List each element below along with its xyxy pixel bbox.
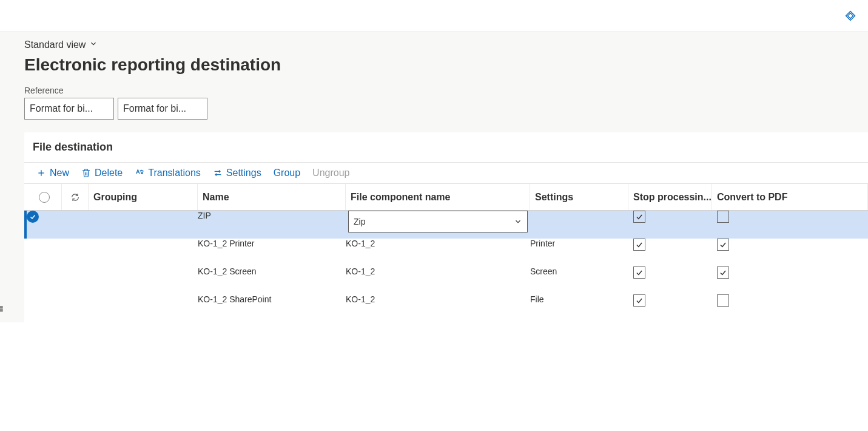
convert-pdf-cell[interactable] xyxy=(712,211,868,239)
convert-pdf-header[interactable]: Convert to PDF xyxy=(712,184,868,210)
file-destination-section: File destination New xyxy=(24,132,868,322)
translate-icon xyxy=(135,168,144,178)
stop-processing-cell[interactable] xyxy=(628,266,712,294)
ungroup-button: Ungroup xyxy=(312,168,349,178)
row-selector[interactable] xyxy=(27,294,62,322)
group-button[interactable]: Group xyxy=(274,168,300,178)
name-cell[interactable]: KO-1_2 Printer xyxy=(198,239,346,266)
chevron-down-icon xyxy=(89,39,98,50)
convert-checkbox[interactable] xyxy=(717,294,729,307)
name-header[interactable]: Name xyxy=(198,184,346,210)
check-circle-icon xyxy=(27,211,39,223)
view-selector[interactable]: Standard view xyxy=(24,37,868,53)
convert-checkbox[interactable] xyxy=(717,211,729,223)
data-grid: Grouping Name File component name Settin… xyxy=(24,184,868,322)
row-selector[interactable] xyxy=(27,266,62,294)
reference-input-1[interactable]: Format for bi... xyxy=(24,98,114,120)
collapse-handle-icon[interactable]: ▮▮ xyxy=(0,305,5,311)
row-selector[interactable] xyxy=(27,211,62,239)
table-row[interactable]: KO-1_2 ScreenKO-1_2Screen xyxy=(24,266,868,294)
chevron-down-icon xyxy=(514,217,522,226)
table-row[interactable]: ZIPZip xyxy=(24,211,868,239)
settings-cell[interactable]: Printer xyxy=(530,239,628,266)
view-selector-label: Standard view xyxy=(24,39,86,50)
delete-label: Delete xyxy=(95,168,123,178)
grid-body: ZIPZipKO-1_2 PrinterKO-1_2PrinterKO-1_2 … xyxy=(24,211,868,322)
convert-pdf-cell[interactable] xyxy=(712,294,868,322)
page-title: Electronic reporting destination xyxy=(24,55,868,75)
plus-icon xyxy=(36,168,46,178)
file-component-cell[interactable]: KO-1_2 xyxy=(346,239,530,266)
name-cell[interactable]: KO-1_2 SharePoint xyxy=(198,294,346,322)
grid-header-row: Grouping Name File component name Settin… xyxy=(24,184,868,211)
row-spacer xyxy=(62,239,89,266)
grouping-cell[interactable] xyxy=(89,211,198,239)
file-component-cell[interactable]: KO-1_2 xyxy=(346,294,530,322)
section-toolbar: New Delete xyxy=(24,162,868,184)
table-row[interactable]: KO-1_2 PrinterKO-1_2Printer xyxy=(24,239,868,266)
name-cell[interactable]: ZIP xyxy=(198,211,346,239)
settings-label: Settings xyxy=(226,168,261,178)
translations-label: Translations xyxy=(148,168,201,178)
grouping-cell[interactable] xyxy=(89,266,198,294)
reference-label: Reference xyxy=(24,86,868,95)
stop-checkbox[interactable] xyxy=(633,211,645,223)
new-label: New xyxy=(50,168,69,178)
delete-button[interactable]: Delete xyxy=(81,168,123,178)
translations-button[interactable]: Translations xyxy=(135,168,201,178)
page-body: Standard view Electronic reporting desti… xyxy=(0,32,868,322)
section-title: File destination xyxy=(24,141,868,162)
convert-pdf-cell[interactable] xyxy=(712,239,868,266)
grouping-header[interactable]: Grouping xyxy=(89,184,198,210)
stop-checkbox[interactable] xyxy=(633,294,645,307)
circle-empty-icon xyxy=(39,192,50,203)
stop-processing-header[interactable]: Stop processin... xyxy=(628,184,712,210)
ungroup-label: Ungroup xyxy=(312,168,349,178)
row-spacer xyxy=(62,294,89,322)
file-component-cell[interactable]: KO-1_2 xyxy=(346,266,530,294)
row-spacer xyxy=(62,211,89,239)
table-row[interactable]: KO-1_2 SharePointKO-1_2File xyxy=(24,294,868,322)
row-spacer xyxy=(62,266,89,294)
file-component-value: Zip xyxy=(354,217,365,226)
grouping-cell[interactable] xyxy=(89,239,198,266)
settings-header[interactable]: Settings xyxy=(530,184,628,210)
reference-input-2[interactable]: Format for bi... xyxy=(118,98,207,120)
top-bar xyxy=(0,0,868,32)
file-component-dropdown[interactable]: Zip xyxy=(348,211,528,232)
settings-button[interactable]: Settings xyxy=(213,168,261,178)
diamond-icon[interactable] xyxy=(845,10,856,21)
settings-cell[interactable]: File xyxy=(530,294,628,322)
stop-processing-cell[interactable] xyxy=(628,239,712,266)
group-label: Group xyxy=(274,168,300,178)
stop-checkbox[interactable] xyxy=(633,239,645,251)
reference-controls: Format for bi... Format for bi... xyxy=(24,98,868,120)
convert-checkbox[interactable] xyxy=(717,239,729,251)
stop-processing-cell[interactable] xyxy=(628,211,712,239)
convert-pdf-cell[interactable] xyxy=(712,266,868,294)
refresh-icon xyxy=(70,192,80,202)
grouping-cell[interactable] xyxy=(89,294,198,322)
trash-icon xyxy=(81,168,91,178)
swap-icon xyxy=(213,168,223,178)
file-component-header[interactable]: File component name xyxy=(346,184,530,210)
select-all-header[interactable] xyxy=(27,184,62,210)
new-button[interactable]: New xyxy=(36,168,69,178)
stop-processing-cell[interactable] xyxy=(628,294,712,322)
settings-cell[interactable] xyxy=(530,211,628,239)
name-cell[interactable]: KO-1_2 Screen xyxy=(198,266,346,294)
row-selector[interactable] xyxy=(27,239,62,266)
settings-cell[interactable]: Screen xyxy=(530,266,628,294)
file-component-cell[interactable]: Zip xyxy=(346,211,530,239)
refresh-header[interactable] xyxy=(62,184,89,210)
stop-checkbox[interactable] xyxy=(633,266,645,279)
convert-checkbox[interactable] xyxy=(717,266,729,279)
